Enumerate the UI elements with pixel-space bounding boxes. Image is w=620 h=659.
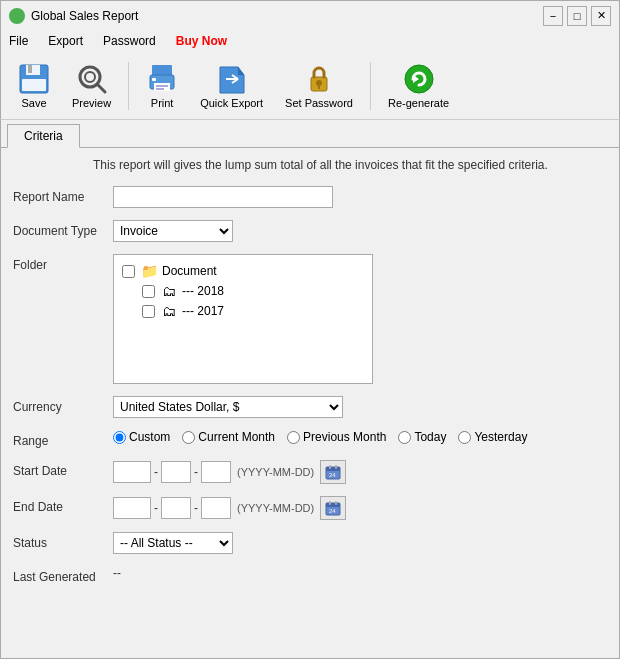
end-date-control: - - (YYYY-MM-DD) 24	[113, 496, 607, 520]
start-date-row-inputs: - - (YYYY-MM-DD) 24	[113, 460, 607, 484]
folder-checkbox-2018[interactable]	[142, 285, 155, 298]
save-label: Save	[21, 97, 46, 109]
last-generated-value: --	[113, 566, 121, 580]
range-current-month-radio[interactable]	[182, 431, 195, 444]
svg-rect-24	[326, 467, 340, 471]
info-text: This report will gives the lump sum tota…	[13, 158, 607, 172]
end-date-day[interactable]	[201, 497, 231, 519]
range-custom-radio[interactable]	[113, 431, 126, 444]
report-name-control	[113, 186, 607, 208]
status-select[interactable]: -- All Status -- Paid Unpaid Overdue	[113, 532, 233, 554]
svg-rect-31	[335, 501, 337, 505]
range-today[interactable]: Today	[398, 430, 446, 444]
preview-label: Preview	[72, 97, 111, 109]
save-icon	[18, 63, 50, 95]
set-password-button[interactable]: Set Password	[276, 58, 362, 114]
end-date-calendar-button[interactable]: 24	[320, 496, 346, 520]
currency-label: Currency	[13, 396, 113, 414]
range-previous-month-radio[interactable]	[287, 431, 300, 444]
re-generate-button[interactable]: Re-generate	[379, 58, 458, 114]
folder-item-document: 📁 Document	[120, 261, 366, 281]
end-date-sep1: -	[153, 501, 159, 515]
report-name-row: Report Name	[13, 186, 607, 208]
main-window: Criteria This report will gives the lump…	[0, 120, 620, 659]
menu-password[interactable]: Password	[99, 33, 160, 49]
content-area: This report will gives the lump sum tota…	[1, 148, 619, 656]
calendar-icon-end: 24	[325, 500, 341, 516]
quick-export-button[interactable]: Quick Export	[191, 58, 272, 114]
maximize-button[interactable]: □	[567, 6, 587, 26]
range-yesterday[interactable]: Yesterday	[458, 430, 527, 444]
folder-icon-2017: 🗂	[161, 305, 177, 317]
re-generate-icon	[403, 63, 435, 95]
toolbar: Save Preview Print	[0, 52, 620, 120]
minimize-button[interactable]: −	[543, 6, 563, 26]
menu-buynow[interactable]: Buy Now	[172, 33, 231, 49]
range-today-radio[interactable]	[398, 431, 411, 444]
start-date-control: - - (YYYY-MM-DD) 24	[113, 460, 607, 484]
tab-criteria[interactable]: Criteria	[7, 124, 80, 148]
range-current-month[interactable]: Current Month	[182, 430, 275, 444]
title-bar: Global Sales Report − □ ✕	[0, 0, 620, 30]
folder-icon-2018: 🗂	[161, 285, 177, 297]
last-generated-control: --	[113, 566, 607, 580]
svg-rect-10	[152, 78, 156, 81]
window-controls: − □ ✕	[543, 6, 611, 26]
menu-bar: File Export Password Buy Now	[0, 30, 620, 52]
currency-select[interactable]: United States Dollar, $ Euro, € British …	[113, 396, 343, 418]
print-button[interactable]: Print	[137, 58, 187, 114]
start-date-month[interactable]	[161, 461, 191, 483]
app-icon	[9, 8, 25, 24]
range-control: Custom Current Month Previous Month Toda…	[113, 430, 607, 444]
last-generated-row: Last Generated --	[13, 566, 607, 584]
status-label: Status	[13, 532, 113, 550]
folder-tree: 📁 Document 🗂 --- 2018 🗂 --- 2017	[113, 254, 373, 384]
currency-control: United States Dollar, $ Euro, € British …	[113, 396, 607, 418]
end-date-year[interactable]	[113, 497, 151, 519]
end-date-month[interactable]	[161, 497, 191, 519]
currency-row: Currency United States Dollar, $ Euro, €…	[13, 396, 607, 418]
start-date-label: Start Date	[13, 460, 113, 478]
set-password-icon	[303, 63, 335, 95]
svg-point-6	[85, 72, 95, 82]
svg-text:24: 24	[329, 472, 336, 478]
document-type-select[interactable]: Invoice Quote Order	[113, 220, 233, 242]
folder-label-2018: --- 2018	[182, 284, 224, 298]
svg-rect-25	[329, 465, 331, 469]
last-generated-label: Last Generated	[13, 566, 113, 584]
status-control: -- All Status -- Paid Unpaid Overdue	[113, 532, 607, 554]
folder-icon-document: 📁	[141, 265, 157, 277]
menu-export[interactable]: Export	[44, 33, 87, 49]
set-password-label: Set Password	[285, 97, 353, 109]
save-button[interactable]: Save	[9, 58, 59, 114]
toolbar-separator-1	[128, 62, 129, 110]
document-type-control: Invoice Quote Order	[113, 220, 607, 242]
quick-export-icon	[216, 63, 248, 95]
folder-label-document: Document	[162, 264, 217, 278]
folder-checkbox-document[interactable]	[122, 265, 135, 278]
range-yesterday-radio[interactable]	[458, 431, 471, 444]
close-button[interactable]: ✕	[591, 6, 611, 26]
range-radio-group: Custom Current Month Previous Month Toda…	[113, 430, 607, 444]
menu-file[interactable]: File	[5, 33, 32, 49]
status-row: Status -- All Status -- Paid Unpaid Over…	[13, 532, 607, 554]
svg-rect-2	[28, 65, 32, 73]
print-icon	[146, 63, 178, 95]
range-custom[interactable]: Custom	[113, 430, 170, 444]
svg-rect-30	[329, 501, 331, 505]
toolbar-separator-2	[370, 62, 371, 110]
print-label: Print	[151, 97, 174, 109]
preview-icon	[76, 63, 108, 95]
start-date-day[interactable]	[201, 461, 231, 483]
folder-checkbox-2017[interactable]	[142, 305, 155, 318]
window-title: Global Sales Report	[31, 9, 543, 23]
report-name-input[interactable]	[113, 186, 333, 208]
start-date-row: Start Date - - (YYYY-MM-DD)	[13, 460, 607, 484]
end-date-label: End Date	[13, 496, 113, 514]
range-previous-month[interactable]: Previous Month	[287, 430, 386, 444]
svg-rect-11	[156, 85, 168, 87]
preview-button[interactable]: Preview	[63, 58, 120, 114]
start-date-calendar-button[interactable]: 24	[320, 460, 346, 484]
quick-export-label: Quick Export	[200, 97, 263, 109]
start-date-year[interactable]	[113, 461, 151, 483]
